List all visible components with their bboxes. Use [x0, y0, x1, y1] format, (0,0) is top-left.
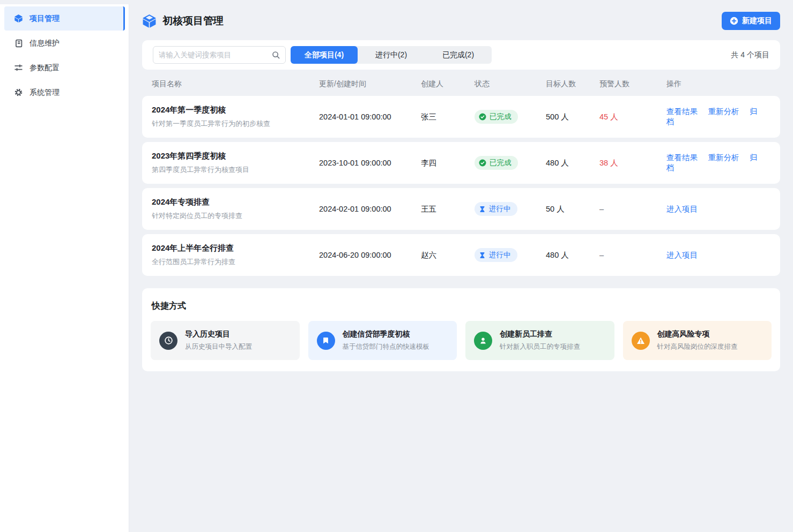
clock-icon	[159, 332, 177, 350]
target-count: 500 人	[546, 112, 599, 122]
page-title: 初核项目管理	[162, 14, 224, 28]
project-desc: 全行范围员工异常行为排查	[152, 257, 319, 267]
shortcut-new-employee[interactable]: 创建新员工排查 针对新入职员工的专项排查	[465, 321, 614, 360]
check-circle-icon	[479, 113, 486, 121]
warning-triangle-icon	[632, 332, 650, 350]
project-creator: 张三	[421, 112, 475, 122]
sliders-icon	[14, 63, 23, 72]
shortcuts-title: 快捷方式	[151, 297, 772, 321]
column-header-name: 项目名称	[152, 79, 319, 89]
sidebar-item-label: 系统管理	[29, 88, 60, 98]
status-badge: 进行中	[475, 202, 517, 216]
hourglass-icon	[479, 206, 486, 213]
project-name: 2024年专项排查	[152, 197, 319, 207]
column-header-warning: 预警人数	[599, 79, 666, 89]
cube-icon	[142, 14, 157, 28]
warning-count: 45 人	[599, 112, 666, 122]
book-icon	[14, 39, 23, 48]
column-header-time: 更新/创建时间	[319, 79, 421, 89]
sidebar-item-project-management[interactable]: 项目管理	[4, 6, 125, 31]
table-row: 2024年第一季度初核 针对第一季度员工异常行为的初步核查 2024-01-01…	[142, 96, 780, 138]
column-header-status: 状态	[475, 79, 546, 89]
table-row: 2023年第四季度初核 第四季度员工异常行为核查项目 2023-10-01 09…	[142, 142, 780, 184]
status-badge: 已完成	[475, 156, 518, 170]
reanalyze-link[interactable]: 重新分析	[708, 153, 739, 162]
enter-project-link[interactable]: 进入项目	[666, 205, 698, 213]
reanalyze-link[interactable]: 重新分析	[708, 107, 739, 116]
warning-count: –	[599, 205, 666, 213]
project-creator: 王五	[421, 204, 475, 214]
project-desc: 第四季度员工异常行为核查项目	[152, 165, 319, 175]
shortcut-high-risk[interactable]: 创建高风险专项 针对高风险岗位的深度排查	[623, 321, 772, 360]
main-content: 初核项目管理 新建项目 全部项目(4) 进行中(2) 已完成(2) 共 4 个项…	[129, 0, 793, 532]
project-creator: 赵六	[421, 250, 475, 260]
project-time: 2024-01-01 09:00:00	[319, 113, 421, 121]
status-badge: 已完成	[475, 110, 518, 124]
sidebar-item-system-management[interactable]: 系统管理	[4, 80, 125, 104]
search-box	[153, 46, 286, 64]
project-time: 2024-06-20 09:00:00	[319, 251, 421, 259]
project-time: 2024-02-01 09:00:00	[319, 205, 421, 213]
project-time: 2023-10-01 09:00:00	[319, 159, 421, 167]
project-table: 项目名称 更新/创建时间 创建人 状态 目标人数 预警人数 操作 2024年第一…	[142, 70, 780, 276]
project-desc: 针对第一季度员工异常行为的初步核查	[152, 119, 319, 129]
cube-icon	[14, 14, 23, 23]
sidebar: 项目管理 信息维护 参数配置 系统管理	[0, 4, 129, 532]
project-name: 2023年第四季度初核	[152, 151, 319, 161]
column-header-actions: 操作	[666, 79, 770, 89]
search-input[interactable]	[159, 51, 268, 59]
target-count: 50 人	[546, 204, 599, 214]
view-results-link[interactable]: 查看结果	[666, 107, 698, 116]
sidebar-item-parameter-config[interactable]: 参数配置	[4, 56, 125, 80]
shortcut-import-history[interactable]: 导入历史项目 从历史项目中导入配置	[151, 321, 300, 360]
warning-count: –	[599, 251, 666, 259]
page-header: 初核项目管理 新建项目	[129, 0, 793, 40]
bookmark-icon	[317, 332, 335, 350]
view-results-link[interactable]: 查看结果	[666, 153, 698, 162]
table-row: 2024年专项排查 针对特定岗位员工的专项排查 2024-02-01 09:00…	[142, 188, 780, 230]
enter-project-link[interactable]: 进入项目	[666, 251, 698, 259]
shortcut-credit-quarterly[interactable]: 创建信贷部季度初核 基于信贷部门特点的快速模板	[308, 321, 457, 360]
column-header-target: 目标人数	[546, 79, 599, 89]
column-header-creator: 创建人	[421, 79, 475, 89]
project-creator: 李四	[421, 158, 475, 168]
search-icon[interactable]	[272, 51, 280, 59]
target-count: 480 人	[546, 158, 599, 168]
target-count: 480 人	[546, 250, 599, 260]
toolbar: 全部项目(4) 进行中(2) 已完成(2) 共 4 个项目	[142, 40, 780, 70]
project-count: 共 4 个项目	[731, 50, 769, 60]
warning-count: 38 人	[599, 158, 666, 168]
table-header: 项目名称 更新/创建时间 创建人 状态 目标人数 预警人数 操作	[142, 70, 780, 96]
shortcuts-section: 快捷方式 导入历史项目 从历史项目中导入配置 创建信贷部季度初核 基于信贷部门特…	[142, 288, 780, 371]
project-name: 2024年第一季度初核	[152, 105, 319, 115]
tab-in-progress[interactable]: 进行中(2)	[358, 46, 425, 64]
sidebar-item-label: 信息维护	[29, 39, 60, 48]
sidebar-item-info-maintenance[interactable]: 信息维护	[4, 31, 125, 55]
sidebar-item-label: 参数配置	[29, 63, 60, 73]
plus-circle-icon	[730, 17, 738, 25]
new-project-button[interactable]: 新建项目	[722, 12, 780, 30]
check-circle-icon	[479, 159, 486, 167]
person-icon	[474, 332, 492, 350]
filter-tabs: 全部项目(4) 进行中(2) 已完成(2)	[291, 46, 492, 64]
project-name: 2024年上半年全行排查	[152, 243, 319, 253]
table-row: 2024年上半年全行排查 全行范围员工异常行为排查 2024-06-20 09:…	[142, 234, 780, 276]
project-desc: 针对特定岗位员工的专项排查	[152, 211, 319, 221]
sidebar-item-label: 项目管理	[29, 14, 60, 24]
hourglass-icon	[479, 252, 486, 259]
gear-icon	[14, 88, 23, 97]
status-badge: 进行中	[475, 248, 517, 262]
tab-all-projects[interactable]: 全部项目(4)	[291, 46, 358, 64]
tab-completed[interactable]: 已完成(2)	[425, 46, 492, 64]
